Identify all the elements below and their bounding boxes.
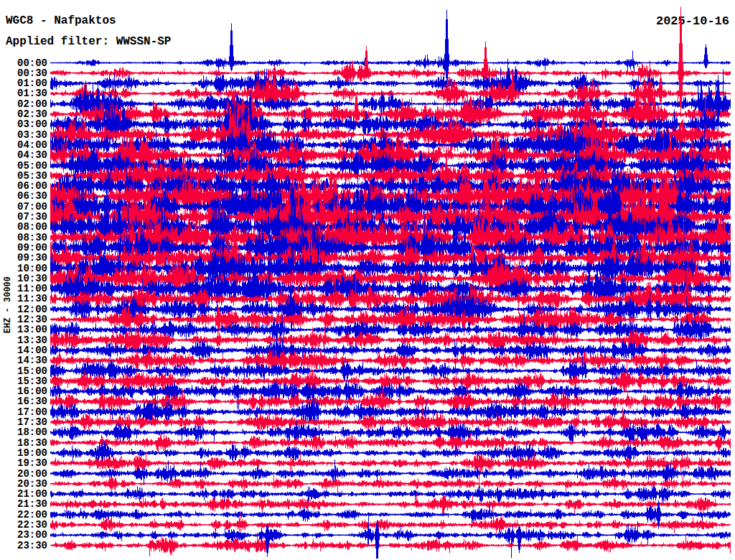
time-label-2300: 23:00 [0, 530, 47, 540]
time-label-1800: 18:00 [0, 427, 47, 437]
time-label-1500: 15:00 [0, 366, 47, 376]
time-label-1200: 12:00 [0, 304, 47, 314]
time-label-2030: 20:30 [0, 479, 47, 489]
filter-label: Applied filter: WWSSN-SP [6, 35, 171, 48]
time-label-1600: 16:00 [0, 386, 47, 396]
time-label-0100: 01:00 [0, 78, 47, 88]
time-label-1030: 10:30 [0, 274, 47, 284]
time-label-0500: 05:00 [0, 161, 47, 171]
time-label-0330: 03:30 [0, 130, 47, 140]
time-label-0800: 08:00 [0, 222, 47, 232]
time-label-0530: 05:30 [0, 171, 47, 181]
time-label-1100: 11:00 [0, 284, 47, 294]
time-label-2000: 20:00 [0, 469, 47, 479]
time-label-2200: 22:00 [0, 510, 47, 520]
time-label-0730: 07:30 [0, 212, 47, 222]
time-label-1330: 13:30 [0, 335, 47, 345]
time-label-1530: 15:30 [0, 376, 47, 386]
time-label-2100: 21:00 [0, 489, 47, 499]
time-label-0600: 06:00 [0, 181, 47, 191]
time-label-0400: 04:00 [0, 140, 47, 150]
time-label-0630: 06:30 [0, 191, 47, 201]
seismogram-traces-canvas [0, 0, 735, 560]
time-label-1930: 19:30 [0, 458, 47, 468]
time-label-1130: 11:30 [0, 294, 47, 304]
time-label-1700: 17:00 [0, 407, 47, 417]
helicorder-plot: WGC8 - Nafpaktos Applied filter: WWSSN-S… [0, 0, 735, 560]
time-label-0430: 04:30 [0, 150, 47, 160]
time-label-0000: 00:00 [0, 58, 47, 68]
time-label-0300: 03:00 [0, 119, 47, 129]
time-label-0830: 08:30 [0, 233, 47, 243]
time-label-0030: 00:30 [0, 68, 47, 78]
station-title: WGC8 - Nafpaktos [6, 14, 116, 27]
time-label-2130: 21:30 [0, 499, 47, 509]
time-label-1300: 13:00 [0, 325, 47, 335]
date-label: 2025-10-16 [656, 14, 729, 28]
time-label-1830: 18:30 [0, 438, 47, 448]
time-label-2230: 22:30 [0, 520, 47, 530]
time-label-0700: 07:00 [0, 202, 47, 212]
time-label-0900: 09:00 [0, 243, 47, 253]
time-label-1000: 10:00 [0, 263, 47, 274]
time-label-1900: 19:00 [0, 448, 47, 458]
time-label-1730: 17:30 [0, 417, 47, 427]
time-label-0200: 02:00 [0, 99, 47, 109]
time-label-1430: 14:30 [0, 355, 47, 365]
time-label-0230: 02:30 [0, 109, 47, 119]
time-label-1400: 14:00 [0, 345, 47, 355]
time-label-0930: 09:30 [0, 253, 47, 263]
time-label-1630: 16:30 [0, 396, 47, 406]
time-label-2330: 23:30 [0, 541, 47, 551]
time-label-1230: 12:30 [0, 314, 47, 325]
time-label-0130: 01:30 [0, 88, 47, 98]
